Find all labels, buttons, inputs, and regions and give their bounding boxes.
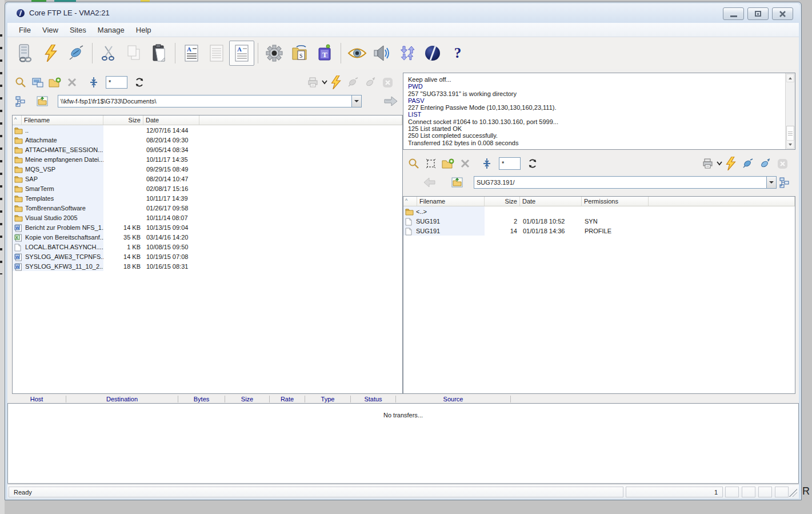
minimize-button[interactable] <box>723 7 744 20</box>
local-path-value[interactable]: \\kfw-f-fsp1\fr1$\G733\Documents\ <box>58 98 351 105</box>
menu-manage[interactable]: Manage <box>92 24 130 36</box>
remote-back-button[interactable] <box>421 174 438 190</box>
remote-keep-alive-button[interactable] <box>739 156 757 172</box>
title-bar[interactable]: Core FTP LE - VMA2:21 <box>6 3 800 23</box>
local-delete-button[interactable] <box>63 74 81 90</box>
local-connect-button[interactable] <box>327 74 345 90</box>
remote-delete-button[interactable] <box>457 156 474 172</box>
file-row[interactable]: MQS_VSP09/29/15 08:49 <box>13 164 402 174</box>
column-header-size[interactable]: Size <box>103 115 143 125</box>
menu-file[interactable]: File <box>13 24 37 36</box>
remote-parent-folder-button[interactable] <box>449 174 466 190</box>
local-refresh-button[interactable] <box>131 74 148 90</box>
remote-new-folder-button[interactable] <box>439 156 457 172</box>
cut-button[interactable] <box>96 41 121 66</box>
scroll-thumb[interactable] <box>786 126 794 141</box>
help-button[interactable]: ? <box>445 41 470 66</box>
scroll-down-button[interactable] <box>786 140 794 149</box>
local-transfer-button[interactable] <box>382 93 399 109</box>
sites-button[interactable]: S <box>287 41 312 66</box>
column-header-filename[interactable]: Filename <box>22 115 103 125</box>
remote-refresh-button[interactable] <box>524 156 541 172</box>
remote-filter-button[interactable] <box>478 156 495 172</box>
file-row[interactable]: SmarTerm02/08/17 15:16 <box>13 184 402 193</box>
remote-reconnect-button[interactable] <box>757 156 774 172</box>
sound-button[interactable] <box>370 41 395 66</box>
view-toggle-button[interactable] <box>345 41 370 66</box>
file-row[interactable]: LOCAL.BATCH.ASYNCH....1 KB10/08/15 09:50 <box>13 242 402 252</box>
local-parent-folder-button[interactable] <box>34 93 51 109</box>
menu-sites[interactable]: Sites <box>64 24 92 36</box>
coreftp-logo-button[interactable] <box>420 41 445 66</box>
remote-path-dropdown-button[interactable] <box>766 177 776 188</box>
queue-column-type[interactable]: Type <box>305 396 351 403</box>
column-header-date[interactable]: Date <box>143 115 199 125</box>
queue-column-source[interactable]: Source <box>396 396 511 403</box>
remote-stop-button[interactable] <box>774 156 791 172</box>
queue-column-size[interactable]: Size <box>225 396 270 403</box>
file-row[interactable]: Attachmate08/20/14 09:30 <box>13 135 402 145</box>
local-print-button[interactable] <box>305 74 322 90</box>
local-reconnect-button[interactable] <box>362 74 379 90</box>
settings-button[interactable] <box>262 41 287 66</box>
column-header-permissions[interactable]: Permissions <box>582 197 649 206</box>
paste-button[interactable] <box>146 41 171 66</box>
file-row[interactable]: WSYSLOG_AWE3_TCPNFS...14 KB10/19/15 07:0… <box>13 252 402 261</box>
file-row[interactable]: ..12/07/16 14:44 <box>13 125 402 135</box>
queue-button[interactable] <box>395 41 420 66</box>
view-file-button[interactable]: A <box>179 41 204 66</box>
file-row[interactable]: ATTACHMATE_SESSION...09/05/14 08:34 <box>13 145 402 154</box>
file-row[interactable]: XKopie von Bereitschaftsanf...35 KB03/14… <box>13 232 402 242</box>
file-row[interactable]: SAP08/20/14 10:47 <box>13 174 402 184</box>
remote-path-value[interactable]: SUG733.191/ <box>474 179 766 186</box>
local-path-dropdown-button[interactable] <box>351 95 361 107</box>
column-header-size[interactable]: Size <box>485 197 520 206</box>
quick-connect-button[interactable] <box>38 41 63 66</box>
file-row[interactable]: SUG191201/01/18 10:52SYN <box>403 216 795 226</box>
file-row[interactable]: TomBrennanSoftware01/26/17 09:58 <box>13 203 402 213</box>
queue-column-destination[interactable]: Destination <box>66 396 178 403</box>
menu-view[interactable]: View <box>37 24 64 36</box>
queue-column-rate[interactable]: Rate <box>270 396 305 403</box>
view-mixed-button[interactable]: A <box>229 41 254 66</box>
queue-body[interactable]: No transfers... <box>7 403 799 484</box>
remote-select-button[interactable] <box>422 156 439 172</box>
file-row[interactable]: Visual Studio 200510/11/14 08:07 <box>13 213 402 222</box>
resize-grip[interactable] <box>789 489 797 497</box>
queue-column-bytes[interactable]: Bytes <box>178 396 225 403</box>
chevron-down-icon[interactable] <box>717 161 722 166</box>
log-scrollbar[interactable] <box>785 73 795 149</box>
copy-button[interactable] <box>121 41 146 66</box>
local-new-folder-button[interactable] <box>46 74 63 90</box>
remote-tree-button[interactable] <box>776 174 793 190</box>
maximize-button[interactable] <box>747 7 769 20</box>
remote-print-button[interactable] <box>699 156 717 172</box>
local-filter-button[interactable] <box>85 74 102 90</box>
local-stop-button[interactable] <box>379 74 396 90</box>
file-row[interactable]: <..> <box>403 206 795 216</box>
remote-connect-button[interactable] <box>722 156 739 172</box>
file-row[interactable]: Templates10/11/17 14:39 <box>13 193 402 203</box>
file-row[interactable]: Meine empfangenen Datei...10/11/17 14:35 <box>13 154 402 164</box>
view-text-button[interactable] <box>204 41 229 66</box>
file-row[interactable]: WSYSLOG_KFW3_11_10_2...18 KB10/16/15 08:… <box>13 261 402 271</box>
scroll-up-button[interactable] <box>786 74 794 82</box>
local-keep-alive-button[interactable] <box>345 74 362 90</box>
local-tree-button[interactable] <box>12 93 29 109</box>
queue-column-host[interactable]: Host <box>7 396 66 403</box>
queue-column-status[interactable]: Status <box>351 396 396 403</box>
file-row[interactable]: SUG1911401/01/18 14:36PROFILE <box>403 226 795 236</box>
remote-filter-input[interactable] <box>499 157 521 170</box>
chevron-down-icon[interactable] <box>322 80 327 85</box>
close-button[interactable] <box>772 7 793 20</box>
remote-path-combobox[interactable]: SUG733.191/ <box>474 176 777 189</box>
site-manager-button[interactable] <box>13 41 38 66</box>
file-row[interactable]: WBericht zur Problem NFS_1...14 KB10/13/… <box>13 222 402 232</box>
local-filter-input[interactable] <box>106 76 127 89</box>
disconnect-button[interactable] <box>63 41 89 66</box>
local-path-combobox[interactable]: \\kfw-f-fsp1\fr1$\G733\Documents\ <box>58 95 362 107</box>
local-search-button[interactable] <box>12 74 29 90</box>
local-compare-button[interactable] <box>29 74 46 90</box>
menu-help[interactable]: Help <box>130 24 157 36</box>
sort-asc-icon[interactable]: ^ <box>403 197 417 206</box>
